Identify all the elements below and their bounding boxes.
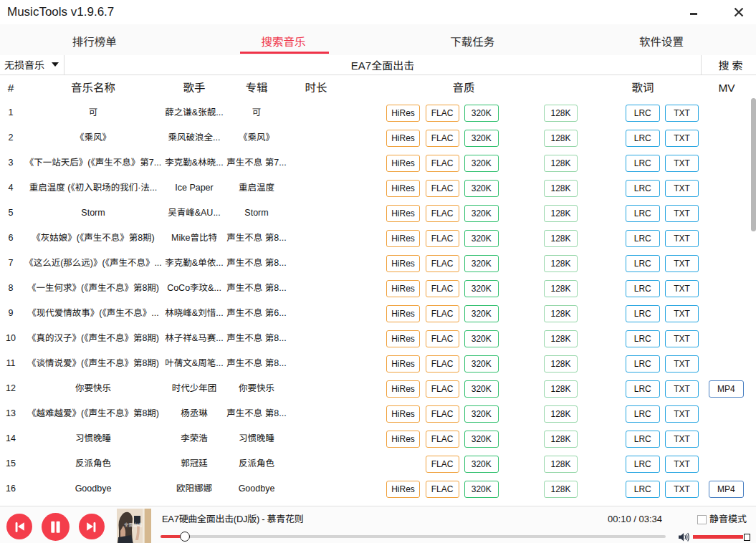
svg-text:全面出击: 全面出击	[124, 521, 143, 528]
